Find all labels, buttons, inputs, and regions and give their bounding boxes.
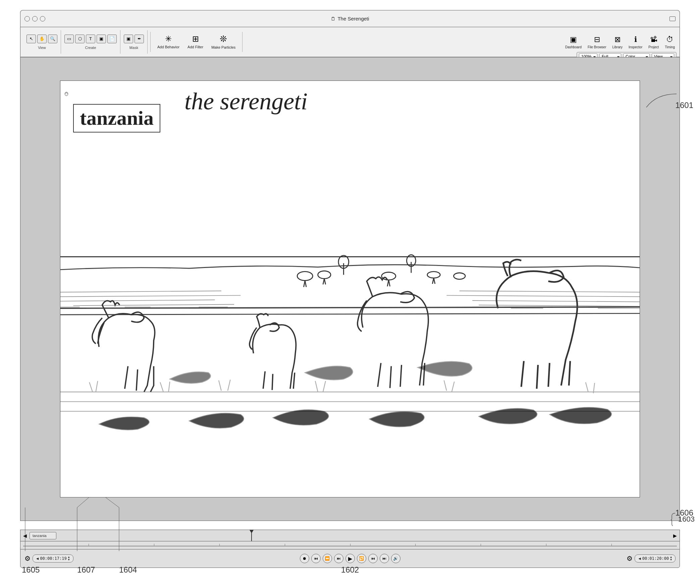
window-max-btn[interactable] [669, 16, 676, 21]
inspector-btn[interactable]: ℹ Inspector [627, 35, 644, 49]
add-filter-icon: ⊞ [192, 35, 199, 43]
record-btn[interactable]: ⏺ [300, 554, 309, 563]
timecode-right-value: 00:01:20:00 [642, 556, 669, 561]
minimize-btn[interactable] [32, 16, 38, 21]
svg-line-26 [125, 366, 128, 389]
timing-label: Timing [665, 45, 675, 49]
svg-line-9 [389, 280, 390, 286]
timeline-left-arrow[interactable]: ◀ [23, 533, 27, 538]
settings-gear-right-icon[interactable]: ⚙ [627, 554, 633, 563]
svg-line-47 [444, 380, 447, 391]
file-browser-btn[interactable]: ⊟ File Browser [586, 35, 608, 49]
library-btn[interactable]: ⊠ Library [610, 35, 625, 49]
svg-line-39 [89, 382, 93, 392]
add-behavior-btn[interactable]: ✳ Add Behavior [153, 30, 183, 54]
inspector-label: Inspector [629, 45, 642, 49]
window-controls[interactable] [24, 16, 45, 21]
back-frame-btn[interactable]: ⏮ [368, 554, 378, 563]
timeline-clip[interactable]: tanzania [30, 532, 56, 539]
hand-tool-btn[interactable]: ✋ [37, 35, 47, 43]
annotation-arrow-1601 [643, 87, 690, 114]
mask-rect-btn[interactable]: ▣ [124, 35, 133, 43]
ref-1603-area: 1603 [670, 513, 695, 526]
svg-line-42 [168, 382, 170, 392]
svg-line-6 [324, 279, 326, 284]
text-tool-btn[interactable]: T [86, 35, 95, 43]
mask-tool-group: ▣ ✒ Mask [120, 30, 148, 54]
right-tool-group: ▣ Dashboard ⊟ File Browser ⊠ Library ℹ I… [563, 35, 677, 49]
svg-line-20 [60, 300, 215, 301]
settings-gear-icon[interactable]: ⚙ [24, 554, 31, 563]
create-label: Create [85, 46, 96, 50]
canvas-landscape-svg [60, 81, 640, 497]
svg-line-21 [73, 305, 234, 306]
add-behavior-label: Add Behavior [157, 45, 179, 49]
svg-point-4 [318, 271, 331, 279]
play-btn[interactable]: ▶ [345, 554, 355, 563]
inspector-icon: ℹ [634, 35, 637, 44]
transport-right: ⚙ ◀ 00:01:20:00 ▲ ▼ [627, 554, 676, 563]
toolbar-sep-1 [150, 32, 151, 52]
project-label: Project [648, 45, 659, 49]
loop-btn[interactable]: 🔁 [357, 554, 366, 563]
add-filter-btn[interactable]: ⊞ Add Filter [183, 30, 207, 54]
rect-tool-btn[interactable]: ▭ [64, 35, 74, 43]
select-tool-btn[interactable]: ↖ [26, 35, 36, 43]
timecode-steppers-right[interactable]: ▲ ▼ [670, 556, 672, 561]
svg-line-32 [400, 365, 401, 387]
play-icon-right[interactable]: ◀ [638, 556, 641, 561]
svg-line-34 [537, 365, 538, 389]
svg-line-48 [452, 382, 454, 392]
svg-line-3 [305, 281, 306, 287]
shape-tool-btn[interactable]: ⬡ [75, 35, 85, 43]
svg-line-18 [60, 291, 221, 292]
canvas-content[interactable]: tanzania the serengeti [60, 81, 640, 497]
svg-line-25 [479, 305, 640, 306]
svg-point-10 [427, 272, 440, 278]
play-icon-left[interactable]: ◀ [36, 556, 39, 561]
svg-line-33 [521, 361, 524, 387]
window-title: The Serengeti [337, 16, 369, 21]
file-browser-label: File Browser [588, 45, 606, 49]
maximize-btn[interactable] [40, 16, 45, 21]
fwd-frame-btn[interactable]: ⏭ [380, 554, 389, 563]
view-label: View [38, 46, 46, 50]
svg-line-40 [96, 381, 98, 392]
timecode-right-display: ◀ 00:01:20:00 ▲ ▼ [635, 554, 676, 563]
timing-btn[interactable]: ⏱ Timing [663, 35, 677, 49]
main-canvas-window[interactable]: tanzania the serengeti [20, 57, 680, 521]
svg-point-7 [382, 272, 396, 280]
ref-1604: 1604 [119, 565, 137, 575]
media-tool-btn[interactable]: 📄 [107, 35, 117, 43]
zoom-tool-btn[interactable]: 🔍 [48, 35, 57, 43]
playhead-arrow [250, 530, 254, 533]
svg-line-29 [272, 374, 273, 390]
layer-tool-btn[interactable]: ▣ [97, 35, 106, 43]
mask-pen-btn[interactable]: ✒ [134, 35, 144, 43]
svg-line-44 [228, 380, 230, 391]
library-label: Library [612, 45, 623, 49]
project-icon: 📽 [650, 35, 657, 44]
transport-left: ⚙ ◀ 00:00:17:19 ▲ ▼ [24, 554, 73, 563]
volume-btn[interactable]: 🔊 [391, 554, 400, 563]
dashboard-icon: ▣ [570, 35, 577, 44]
svg-line-27 [136, 369, 138, 390]
create-icons-row: ▭ ⬡ T ▣ 📄 [64, 35, 117, 43]
svg-line-22 [460, 291, 640, 292]
doc-icon: 🗒 [331, 16, 335, 21]
timeline-right-arrow[interactable]: ▶ [673, 533, 677, 538]
rewind-btn[interactable]: ⏪ [323, 554, 332, 563]
svg-line-28 [263, 371, 265, 389]
timeline-track[interactable]: ◀ tanzania ▶ [20, 530, 680, 541]
svg-line-12 [434, 278, 435, 284]
timecode-steppers-left[interactable]: ▲ ▼ [68, 556, 70, 561]
ref-1602: 1602 [341, 565, 359, 575]
dashboard-btn[interactable]: ▣ Dashboard [563, 35, 584, 49]
project-btn[interactable]: 📽 Project [646, 35, 661, 49]
brace-svg [670, 513, 677, 526]
make-particles-btn[interactable]: ❊ Make Particles [207, 30, 239, 54]
svg-line-24 [472, 301, 640, 302]
step-back-btn[interactable]: ⏭ [334, 554, 343, 563]
rewind-fast-btn[interactable]: ⏮ [311, 554, 321, 563]
close-btn[interactable] [24, 16, 30, 21]
